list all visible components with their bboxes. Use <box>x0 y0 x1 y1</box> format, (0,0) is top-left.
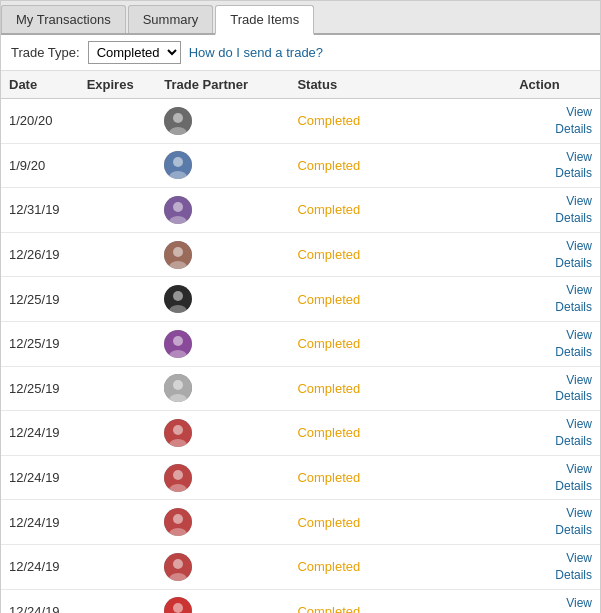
tab-my-transactions[interactable]: My Transactions <box>1 5 126 33</box>
cell-action: ViewDetails <box>511 366 600 411</box>
status-badge: Completed <box>297 247 360 262</box>
cell-trade-partner <box>156 188 289 233</box>
status-badge: Completed <box>297 158 360 173</box>
cell-date: 12/26/19 <box>1 232 79 277</box>
cell-status: Completed <box>289 366 511 411</box>
cell-status: Completed <box>289 455 511 500</box>
cell-action: ViewDetails <box>511 99 600 144</box>
header-action: Action <box>511 71 600 99</box>
cell-date: 1/9/20 <box>1 143 79 188</box>
cell-date: 12/25/19 <box>1 277 79 322</box>
header-expires: Expires <box>79 71 157 99</box>
cell-expires <box>79 277 157 322</box>
cell-trade-partner <box>156 500 289 545</box>
cell-action: ViewDetails <box>511 321 600 366</box>
table-row: 12/25/19 CompletedViewDetails <box>1 277 600 322</box>
view-details-link[interactable]: ViewDetails <box>519 149 592 183</box>
view-details-link[interactable]: ViewDetails <box>519 282 592 316</box>
tabs-bar: My Transactions Summary Trade Items <box>1 1 600 35</box>
status-badge: Completed <box>297 425 360 440</box>
cell-status: Completed <box>289 411 511 456</box>
svg-point-10 <box>173 247 183 257</box>
svg-point-22 <box>173 425 183 435</box>
header-date: Date <box>1 71 79 99</box>
cell-status: Completed <box>289 544 511 589</box>
cell-date: 1/20/20 <box>1 99 79 144</box>
view-details-link[interactable]: ViewDetails <box>519 238 592 272</box>
header-trade-partner: Trade Partner <box>156 71 289 99</box>
cell-action: ViewDetails <box>511 544 600 589</box>
cell-status: Completed <box>289 232 511 277</box>
cell-action: ViewDetails <box>511 143 600 188</box>
cell-trade-partner <box>156 366 289 411</box>
table-row: 12/24/19 CompletedViewDetails <box>1 455 600 500</box>
view-details-link[interactable]: ViewDetails <box>519 550 592 584</box>
trade-table: Date Expires Trade Partner Status Action… <box>1 71 600 613</box>
svg-point-34 <box>173 603 183 613</box>
page-wrapper: My Transactions Summary Trade Items Trad… <box>0 0 601 613</box>
how-to-link[interactable]: How do I send a trade? <box>189 45 323 60</box>
cell-expires <box>79 589 157 613</box>
cell-expires <box>79 232 157 277</box>
avatar <box>164 553 192 581</box>
cell-date: 12/24/19 <box>1 500 79 545</box>
avatar <box>164 419 192 447</box>
view-details-link[interactable]: ViewDetails <box>519 461 592 495</box>
cell-trade-partner <box>156 143 289 188</box>
table-header-row: Date Expires Trade Partner Status Action <box>1 71 600 99</box>
avatar <box>164 107 192 135</box>
view-details-link[interactable]: ViewDetails <box>519 193 592 227</box>
table-row: 12/31/19 CompletedViewDetails <box>1 188 600 233</box>
cell-date: 12/25/19 <box>1 321 79 366</box>
table-row: 12/24/19 CompletedViewDetails <box>1 544 600 589</box>
table-row: 1/9/20 CompletedViewDetails <box>1 143 600 188</box>
avatar <box>164 285 192 313</box>
cell-action: ViewDetails <box>511 500 600 545</box>
cell-trade-partner <box>156 99 289 144</box>
avatar <box>164 597 192 613</box>
view-details-link[interactable]: ViewDetails <box>519 372 592 406</box>
tab-trade-items[interactable]: Trade Items <box>215 5 314 35</box>
cell-trade-partner <box>156 589 289 613</box>
table-row: 12/26/19 CompletedViewDetails <box>1 232 600 277</box>
status-badge: Completed <box>297 336 360 351</box>
tab-summary[interactable]: Summary <box>128 5 214 33</box>
cell-trade-partner <box>156 544 289 589</box>
cell-action: ViewDetails <box>511 277 600 322</box>
svg-point-1 <box>173 113 183 123</box>
status-badge: Completed <box>297 604 360 613</box>
view-details-link[interactable]: ViewDetails <box>519 505 592 539</box>
view-details-link[interactable]: ViewDetails <box>519 327 592 361</box>
status-badge: Completed <box>297 470 360 485</box>
cell-trade-partner <box>156 455 289 500</box>
avatar <box>164 508 192 536</box>
view-details-link[interactable]: ViewDetails <box>519 595 592 613</box>
view-details-link[interactable]: ViewDetails <box>519 104 592 138</box>
cell-expires <box>79 99 157 144</box>
trade-type-label: Trade Type: <box>11 45 80 60</box>
status-badge: Completed <box>297 292 360 307</box>
status-badge: Completed <box>297 559 360 574</box>
cell-date: 12/31/19 <box>1 188 79 233</box>
cell-date: 12/24/19 <box>1 455 79 500</box>
svg-point-31 <box>173 559 183 569</box>
table-row: 12/25/19 CompletedViewDetails <box>1 321 600 366</box>
avatar <box>164 464 192 492</box>
cell-trade-partner <box>156 232 289 277</box>
svg-point-19 <box>173 380 183 390</box>
table-row: 12/24/19 CompletedViewDetails <box>1 500 600 545</box>
svg-point-7 <box>173 202 183 212</box>
svg-point-28 <box>173 514 183 524</box>
cell-expires <box>79 500 157 545</box>
cell-date: 12/24/19 <box>1 589 79 613</box>
cell-expires <box>79 143 157 188</box>
view-details-link[interactable]: ViewDetails <box>519 416 592 450</box>
table-row: 12/24/19 CompletedViewDetails <box>1 589 600 613</box>
cell-expires <box>79 455 157 500</box>
trade-type-select[interactable]: Completed Pending Cancelled <box>88 41 181 64</box>
status-badge: Completed <box>297 515 360 530</box>
avatar <box>164 241 192 269</box>
cell-status: Completed <box>289 589 511 613</box>
svg-point-16 <box>173 336 183 346</box>
svg-point-4 <box>173 157 183 167</box>
